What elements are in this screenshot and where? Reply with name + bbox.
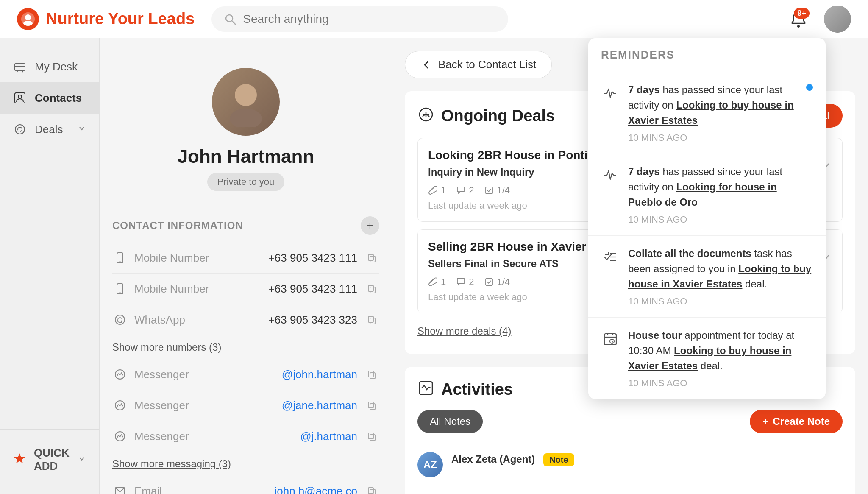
- comment-icon-2: [456, 277, 465, 287]
- messenger-icon-1: [112, 367, 128, 382]
- copy-mobile-1-button[interactable]: [364, 250, 379, 265]
- contact-header: John Hartmann Private to you: [112, 51, 379, 204]
- messenger-label-1: Messenger: [134, 368, 219, 381]
- contact-field-email-1: Email john.h@acme.co: [112, 476, 379, 494]
- copy-mobile-2-button[interactable]: [364, 281, 379, 296]
- svg-rect-31: [370, 404, 375, 410]
- sidebar-bottom: QUICK ADD: [0, 429, 99, 481]
- reminder-body-3: Collate all the documents task has been …: [628, 246, 813, 307]
- svg-rect-19: [368, 254, 373, 260]
- svg-rect-23: [368, 285, 373, 291]
- deal-title-1: Looking 2BR House in Pontifino Inquiry i…: [428, 148, 609, 185]
- notification-button[interactable]: 9+: [786, 6, 811, 32]
- contact-name: John Hartmann: [121, 146, 371, 167]
- tab-all-notes[interactable]: All Notes: [417, 410, 483, 433]
- svg-rect-34: [370, 435, 375, 441]
- contact-field-whatsapp: WhatsApp +63 905 3423 323: [112, 304, 379, 335]
- create-note-button[interactable]: + Create Note: [750, 410, 843, 433]
- svg-point-21: [120, 292, 121, 293]
- svg-rect-32: [368, 402, 373, 408]
- copy-messenger-1-button[interactable]: [364, 367, 379, 382]
- back-to-contact-list-button[interactable]: Back to Contact List: [405, 51, 552, 78]
- reminders-popup: REMINDERS 7 days has passed since your l…: [588, 38, 826, 399]
- reminders-popup-title: REMINDERS: [588, 38, 826, 72]
- svg-line-4: [232, 21, 235, 24]
- show-more-messaging-link[interactable]: Show more messaging (3): [112, 452, 231, 476]
- show-more-deals-link[interactable]: Show more deals (4): [417, 321, 511, 341]
- svg-rect-38: [368, 488, 373, 494]
- svg-rect-45: [486, 187, 492, 194]
- contact-field-mobile-2: Mobile Number +63 905 3423 111: [112, 274, 379, 304]
- reminder-time-4: 10 MINS AGO: [628, 378, 813, 389]
- note-badge-1: Note: [543, 453, 574, 466]
- search-bar[interactable]: [211, 6, 508, 32]
- task-checklist-icon: [601, 248, 620, 266]
- activity-pulse-icon-2: [601, 166, 620, 184]
- svg-point-11: [18, 95, 22, 98]
- svg-point-1: [25, 14, 31, 20]
- svg-rect-18: [370, 256, 375, 262]
- reminder-item-3: Collate all the documents task has been …: [588, 236, 826, 318]
- reminder-text-4: House tour appointment for today at 10:3…: [628, 328, 813, 374]
- sidebar-item-my-desk[interactable]: My Desk: [0, 51, 99, 82]
- svg-rect-35: [368, 433, 373, 439]
- reminder-item-4: House tour appointment for today at 10:3…: [588, 318, 826, 399]
- deal-comments-2: 2: [456, 276, 474, 287]
- svg-rect-28: [370, 373, 375, 379]
- contact-detail-panel: John Hartmann Private to you CONTACT INF…: [100, 38, 392, 494]
- svg-point-24: [115, 315, 125, 324]
- reminder-item-1: 7 days has passed since your last activi…: [588, 72, 826, 154]
- reminder-text-3: Collate all the documents task has been …: [628, 246, 813, 292]
- reminder-item-2: 7 days has passed since your last activi…: [588, 154, 826, 236]
- mobile-value-1: +63 905 3423 111: [226, 251, 357, 265]
- svg-rect-25: [370, 318, 375, 324]
- deals-chevron-icon: [77, 123, 86, 136]
- contact-field-messenger-1: Messenger @john.hartman: [112, 359, 379, 390]
- reminder-time-1: 10 MINS AGO: [628, 132, 813, 143]
- note-author-1: Alex Zeta (Agent): [451, 453, 535, 465]
- logo-icon: [17, 8, 39, 30]
- reminder-body-1: 7 days has passed since your last activi…: [628, 82, 813, 143]
- svg-rect-46: [486, 279, 492, 285]
- copy-messenger-2-button[interactable]: [364, 398, 379, 413]
- tasks-icon-1: [484, 186, 494, 195]
- add-contact-field-button[interactable]: +: [361, 216, 379, 235]
- mobile-icon-2: [112, 281, 128, 296]
- contact-info-title: CONTACT INFORMATION: [112, 220, 243, 232]
- quick-add-button[interactable]: QUICK ADD: [0, 438, 99, 481]
- quick-add-chevron-icon: [77, 453, 86, 466]
- contact-info-section-header: CONTACT INFORMATION +: [112, 216, 379, 235]
- quick-add-label: QUICK ADD: [34, 447, 70, 473]
- activities-icon: [417, 380, 434, 399]
- create-note-label: Create Note: [773, 416, 830, 427]
- email-label-1: Email: [134, 485, 219, 494]
- messenger-value-3: @j.hartman: [226, 430, 357, 443]
- contacts-icon: [13, 91, 27, 105]
- user-avatar[interactable]: [824, 6, 851, 33]
- messenger-value-1: @john.hartman: [226, 368, 357, 381]
- search-input[interactable]: [243, 12, 495, 26]
- show-more-numbers-link[interactable]: Show more numbers (3): [112, 335, 221, 359]
- sidebar-label-deals: Deals: [35, 123, 63, 136]
- reminder-time-3: 10 MINS AGO: [628, 296, 813, 307]
- svg-point-5: [797, 25, 800, 28]
- copy-email-1-button[interactable]: [364, 483, 379, 494]
- copy-whatsapp-button[interactable]: [364, 312, 379, 327]
- copy-messenger-3-button[interactable]: [364, 429, 379, 444]
- contact-field-mobile-1: Mobile Number +63 905 3423 111: [112, 243, 379, 274]
- svg-rect-29: [368, 371, 373, 377]
- contact-field-messenger-2: Messenger @jane.hartman: [112, 390, 379, 421]
- whatsapp-icon: [112, 312, 128, 327]
- email-icon-1: [112, 483, 128, 494]
- messenger-icon-3: [112, 429, 128, 444]
- activity-pulse-icon-1: [601, 84, 620, 103]
- sidebar-item-contacts[interactable]: Contacts: [0, 82, 99, 114]
- whatsapp-label: WhatsApp: [134, 313, 219, 327]
- sidebar-item-deals[interactable]: Deals: [0, 114, 99, 145]
- sidebar: My Desk Contacts Deals: [0, 38, 100, 494]
- deal-comments-1: 2: [456, 185, 474, 196]
- messenger-value-2: @jane.hartman: [226, 399, 357, 412]
- attachment-icon-1: [428, 186, 437, 195]
- logo: Nurture Your Leads: [17, 8, 195, 30]
- messenger-icon-2: [112, 398, 128, 413]
